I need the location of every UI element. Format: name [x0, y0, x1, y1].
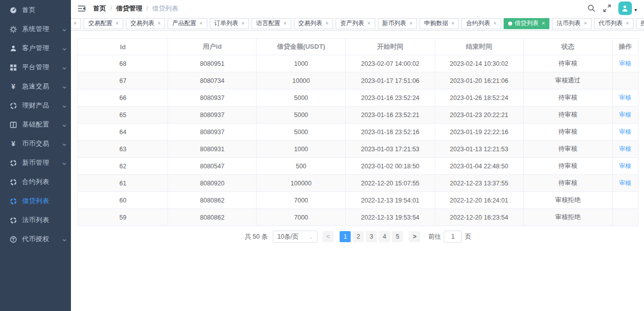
close-icon[interactable]: × [199, 21, 202, 26]
dashboard-icon [10, 7, 17, 14]
sidebar-item-7[interactable]: ¥币币交易 [0, 134, 71, 153]
tab-12[interactable]: 法币列表× [552, 18, 591, 29]
sidebar-item-label: 代币授权 [22, 235, 62, 244]
close-icon[interactable]: × [410, 21, 413, 26]
sidebar-item-12[interactable]: 代币授权 [0, 230, 71, 249]
cell-id: 62 [78, 158, 168, 175]
sidebar-item-2[interactable]: 客户管理 [0, 39, 71, 58]
tab-11[interactable]: 借贷列表× [504, 18, 549, 29]
users-icon [10, 45, 17, 52]
sidebar-item-11[interactable]: 法币列表 [0, 211, 71, 230]
yen-icon: ¥ [10, 83, 17, 90]
audit-link[interactable]: 审核 [619, 60, 631, 67]
tab-1[interactable]: 交易配置× [84, 18, 123, 29]
top-navbar: 首页 / 借贷管理 / 借贷列表 ▾ [71, 0, 644, 17]
audit-link[interactable]: 审核 [619, 179, 631, 186]
cell-id: 63 [78, 141, 168, 158]
page-button-4[interactable]: 4 [379, 231, 390, 242]
cell-amount: 7000 [257, 209, 346, 226]
close-icon[interactable]: × [73, 21, 76, 26]
audit-link[interactable]: 审核 [619, 111, 631, 118]
tab-label: 交易列表 [130, 19, 154, 28]
tab-5[interactable]: 语言配置× [252, 18, 291, 29]
goto-suffix: 页 [465, 233, 471, 241]
sidebar-item-6[interactable]: 基础配置 [0, 115, 71, 134]
user-menu[interactable]: ▾ [618, 2, 637, 15]
tab-4[interactable]: 订单列表× [210, 18, 249, 29]
page-button-2[interactable]: 2 [353, 231, 364, 242]
sidebar-item-4[interactable]: ¥急速交易 [0, 77, 71, 96]
tab-6[interactable]: 交易列表× [294, 18, 333, 29]
cell-action [612, 209, 638, 226]
audit-link[interactable]: 审核 [619, 128, 631, 135]
cell-end_time: 2023-01-04 22:48:50 [435, 158, 523, 175]
cell-uid: 8080937 [168, 124, 257, 141]
tab-label: 交易列表 [298, 19, 323, 28]
audit-link[interactable]: 审核 [619, 94, 631, 101]
close-icon[interactable]: × [283, 21, 286, 26]
sidebar-item-8[interactable]: 新币管理 [0, 153, 71, 172]
sidebar-item-1[interactable]: 系统管理 [0, 20, 71, 39]
chevron-down-icon [62, 27, 67, 32]
search-icon[interactable] [587, 4, 596, 13]
tab-14[interactable]: 授权地址× [636, 18, 644, 29]
cell-id: 61 [78, 175, 168, 192]
column-header-id: Id [78, 39, 168, 55]
close-icon[interactable]: × [157, 21, 160, 26]
cell-id: 67 [78, 72, 168, 89]
content: Id用户id借贷金额(USDT)开始时间结束时间状态操作 68808095110… [71, 31, 644, 311]
fullscreen-icon[interactable] [603, 4, 611, 13]
breadcrumb-home[interactable]: 首页 [93, 4, 106, 13]
tab-2[interactable]: 交易列表× [126, 18, 165, 29]
tab-9[interactable]: 申购数据× [420, 18, 459, 29]
tab-10[interactable]: 合约列表× [461, 18, 501, 29]
chevron-down-icon [62, 122, 67, 127]
chevron-down-icon [62, 84, 67, 89]
sidebar-item-5[interactable]: 理财产品 [0, 96, 71, 115]
sidebar-item-0[interactable]: 首页 [0, 1, 71, 20]
sidebar-item-9[interactable]: 合约列表 [0, 172, 71, 191]
page-button-5[interactable]: 5 [392, 231, 403, 242]
tab-0[interactable]: 列表× [71, 18, 81, 29]
next-page-button[interactable]: > [409, 231, 420, 242]
sidebar-item-label: 急速交易 [22, 82, 62, 91]
grid-icon [10, 64, 17, 71]
column-header-amount: 借贷金额(USDT) [257, 39, 346, 55]
app-root: 首页系统管理客户管理平台管理¥急速交易理财产品基础配置¥币币交易新币管理合约列表… [0, 0, 644, 311]
cell-uid: 8080937 [168, 107, 257, 124]
sidebar-item-10[interactable]: 借贷列表 [0, 191, 71, 211]
audit-link[interactable]: 审核 [619, 145, 631, 152]
page-size-select[interactable]: 10条/页 ⌄ [273, 231, 317, 243]
close-icon[interactable]: × [451, 21, 454, 26]
cell-uid: 8080862 [168, 209, 257, 226]
close-icon[interactable]: × [542, 21, 545, 26]
breadcrumb-loan-management[interactable]: 借贷管理 [116, 4, 142, 13]
close-icon[interactable]: × [626, 21, 629, 26]
avatar[interactable] [618, 2, 632, 15]
sidebar: 首页系统管理客户管理平台管理¥急速交易理财产品基础配置¥币币交易新币管理合约列表… [0, 0, 71, 311]
hamburger-icon[interactable] [77, 4, 86, 13]
tab-7[interactable]: 资产列表× [336, 18, 375, 29]
goto-page-input[interactable] [444, 231, 462, 243]
audit-link[interactable]: 审核 [619, 162, 631, 169]
circle-notch-icon [10, 178, 17, 186]
sidebar-item-3[interactable]: 平台管理 [0, 58, 71, 77]
close-icon[interactable]: × [242, 21, 245, 26]
table-row: 64808093750002023-01-16 23:52:162023-01-… [78, 124, 638, 141]
tab-13[interactable]: 代币列表× [594, 18, 633, 29]
close-icon[interactable]: × [493, 21, 496, 26]
cell-start_time: 2022-12-20 15:07:55 [346, 175, 435, 192]
cell-id: 65 [78, 107, 168, 124]
close-icon[interactable]: × [367, 21, 370, 26]
prev-page-button[interactable]: < [323, 231, 334, 242]
tab-8[interactable]: 新币列表× [378, 18, 417, 29]
page-button-3[interactable]: 3 [366, 231, 377, 242]
close-icon[interactable]: × [584, 21, 587, 26]
caret-down-icon: ▾ [634, 7, 637, 13]
close-icon[interactable]: × [115, 21, 118, 26]
compass-icon [10, 102, 17, 110]
tab-3[interactable]: 产品配置× [168, 18, 207, 29]
close-icon[interactable]: × [326, 21, 329, 26]
page-button-1[interactable]: 1 [340, 231, 351, 242]
cell-status: 待审核 [523, 55, 612, 72]
